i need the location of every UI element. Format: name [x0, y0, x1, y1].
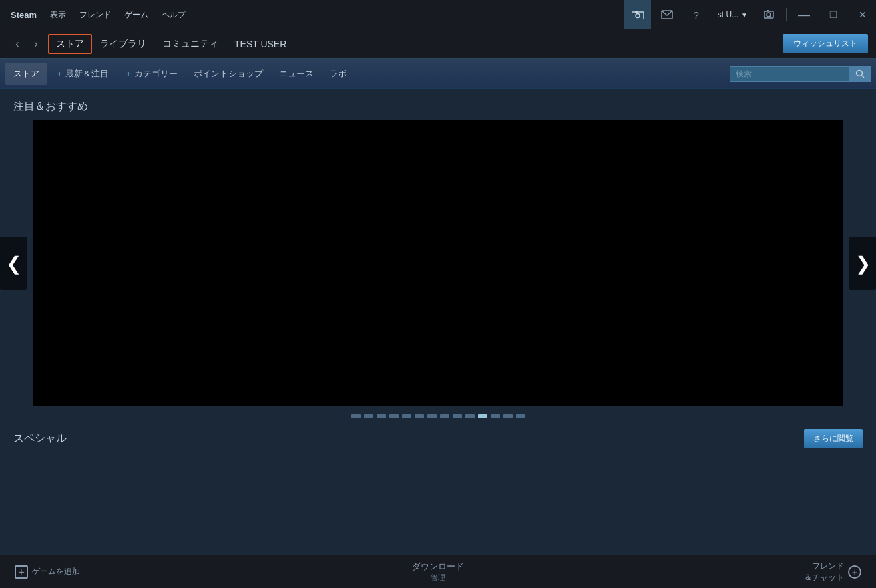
- svg-rect-6: [767, 10, 769, 11]
- menu-friends[interactable]: フレンド: [74, 7, 116, 23]
- forward-button[interactable]: ›: [27, 35, 45, 53]
- help-button[interactable]: ?: [683, 0, 710, 29]
- carousel-image: [33, 120, 843, 406]
- svg-rect-0: [632, 12, 644, 19]
- close-button[interactable]: ✕: [849, 0, 876, 29]
- dot-8[interactable]: [440, 414, 449, 418]
- add-game-label: ゲームを追加: [32, 566, 80, 577]
- steam-label[interactable]: Steam: [5, 7, 42, 23]
- menu-display[interactable]: 表示: [45, 7, 71, 23]
- download-manager-button[interactable]: ダウンロード 管理: [412, 561, 464, 583]
- title-bar: Steam 表示 フレンド ゲーム ヘルプ ? st U... ▼: [0, 0, 876, 29]
- menu-help[interactable]: ヘルプ: [156, 7, 191, 23]
- dot-11[interactable]: [478, 414, 487, 418]
- subnav-lab[interactable]: ラボ: [322, 63, 355, 85]
- dot-10[interactable]: [465, 414, 475, 418]
- svg-rect-2: [635, 11, 638, 13]
- svg-line-8: [862, 75, 865, 78]
- nav-tab-community[interactable]: コミュニティ: [154, 34, 226, 54]
- nav-tab-store[interactable]: ストア: [48, 34, 92, 54]
- dot-13[interactable]: [503, 414, 513, 418]
- more-button[interactable]: さらに閲覧: [804, 429, 863, 448]
- svg-point-7: [857, 70, 863, 76]
- taskbar: ＋ ゲームを追加 ダウンロード 管理 フレンド＆チャット ＋: [0, 555, 876, 588]
- chevron-left-icon: ❮: [6, 253, 21, 275]
- search-input[interactable]: [730, 66, 849, 82]
- back-button[interactable]: ‹: [8, 35, 27, 53]
- friend-chat-area[interactable]: フレンド＆チャット ＋: [797, 557, 868, 587]
- restore-button[interactable]: ❐: [820, 0, 847, 29]
- dot-2[interactable]: [364, 414, 373, 418]
- friends-chat-button[interactable]: フレンド＆チャット ＋: [797, 557, 868, 587]
- mail-button[interactable]: [654, 0, 680, 29]
- svg-point-1: [636, 14, 640, 18]
- subnav-new[interactable]: ＋最新＆注目: [47, 63, 116, 85]
- user-label: st U...: [718, 10, 738, 19]
- separator: [786, 8, 787, 21]
- special-section-title: スペシャル: [13, 432, 67, 446]
- dot-1[interactable]: [351, 414, 361, 418]
- carousel-container: ❮ ❯: [0, 120, 876, 406]
- subnav-store[interactable]: ストア: [5, 63, 47, 85]
- screenshot-button[interactable]: [756, 0, 782, 29]
- featured-title: 注目＆おすすめ: [0, 100, 876, 120]
- dot-14[interactable]: [516, 414, 525, 418]
- camera-button[interactable]: [624, 0, 651, 29]
- dot-4[interactable]: [389, 414, 399, 418]
- add-friend-icon: ＋: [848, 565, 861, 579]
- dot-7[interactable]: [427, 414, 437, 418]
- download-sublabel: 管理: [431, 573, 445, 583]
- store-subnav: ストア ＋最新＆注目 ＋カテゴリー ポイントショップ ニュース ラボ: [0, 59, 876, 89]
- carousel-prev-button[interactable]: ❮: [0, 237, 27, 290]
- dot-9[interactable]: [453, 414, 462, 418]
- steam-menu: Steam 表示 フレンド ゲーム ヘルプ: [5, 7, 191, 23]
- dot-6[interactable]: [415, 414, 424, 418]
- chevron-right-icon: ❯: [855, 253, 871, 275]
- subnav-news[interactable]: ニュース: [271, 63, 322, 85]
- menu-games[interactable]: ゲーム: [119, 7, 154, 23]
- user-menu[interactable]: st U... ▼: [712, 0, 753, 29]
- dot-12[interactable]: [491, 414, 500, 418]
- title-bar-controls: ? st U... ▼ — ❐ ✕: [624, 0, 876, 29]
- minimize-button[interactable]: —: [791, 0, 817, 29]
- download-label: ダウンロード: [412, 561, 464, 573]
- svg-point-5: [767, 13, 771, 17]
- subnav-category[interactable]: ＋カテゴリー: [116, 63, 186, 85]
- dot-3[interactable]: [377, 414, 386, 418]
- nav-tab-library[interactable]: ライブラリ: [92, 34, 154, 54]
- nav-username[interactable]: TEST USER: [226, 35, 294, 53]
- carousel-next-button[interactable]: ❯: [849, 237, 876, 290]
- chevron-down-icon: ▼: [741, 11, 748, 19]
- friend-chat-label: フレンド＆チャット: [804, 561, 844, 583]
- search-button[interactable]: [849, 66, 871, 82]
- special-section-header: スペシャル さらに閲覧: [0, 418, 876, 448]
- main-content: 注目＆おすすめ ❮ ❯ スペシャル さらに閲覧: [0, 89, 876, 555]
- wishlist-button[interactable]: ウィッシュリスト: [783, 34, 868, 53]
- dot-5[interactable]: [402, 414, 411, 418]
- subnav-search-area: [730, 66, 871, 82]
- nav-bar: ‹ › ストア ライブラリ コミュニティ TEST USER ウィッシュリスト: [0, 29, 876, 59]
- subnav-pointshop[interactable]: ポイントショップ: [186, 63, 271, 85]
- add-game-button[interactable]: ＋ ゲームを追加: [8, 561, 87, 583]
- add-icon: ＋: [15, 565, 28, 579]
